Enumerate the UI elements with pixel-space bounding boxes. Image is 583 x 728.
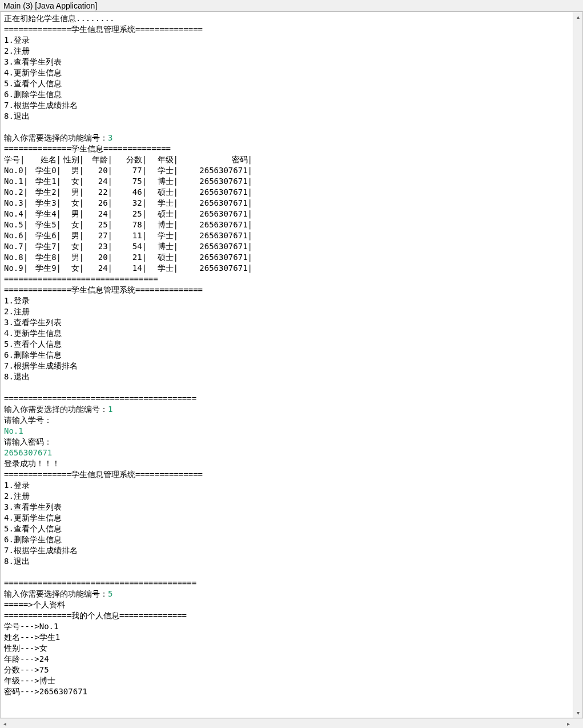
horizontal-scrollbar-container: ◂ ▸ — [0, 718, 583, 728]
console-wrapper: 正在初始化学生信息........ ==============学生信息管理系统… — [0, 12, 583, 718]
scrollbar-corner — [573, 719, 583, 728]
window-title: Main (3) [Java Application] — [0, 0, 583, 12]
scroll-down-icon[interactable]: ▾ — [573, 708, 583, 718]
scroll-up-icon[interactable]: ▴ — [573, 12, 583, 22]
scroll-track-vertical[interactable] — [573, 22, 582, 708]
console-output[interactable]: 正在初始化学生信息........ ==============学生信息管理系统… — [1, 12, 573, 718]
scroll-right-icon[interactable]: ▸ — [564, 719, 573, 728]
scroll-left-icon[interactable]: ◂ — [0, 719, 10, 728]
vertical-scrollbar[interactable]: ▴ ▾ — [573, 12, 582, 718]
horizontal-scrollbar[interactable]: ◂ ▸ — [0, 719, 573, 728]
